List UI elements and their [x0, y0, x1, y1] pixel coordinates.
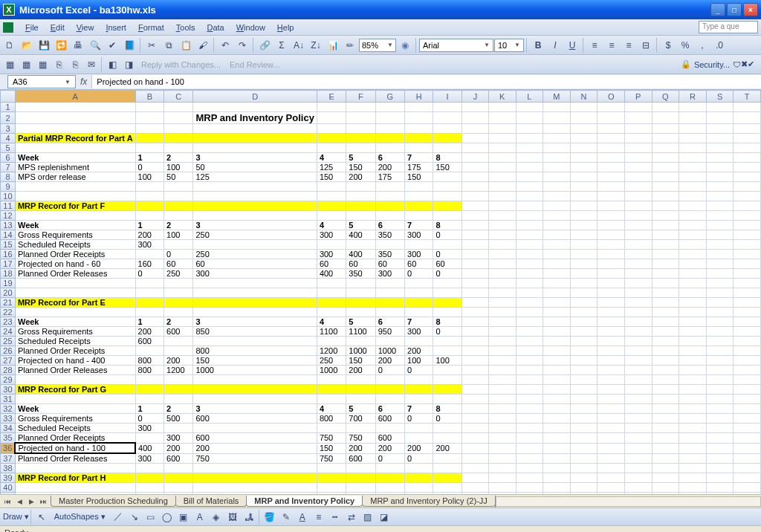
row-header-39[interactable]: 39	[1, 473, 16, 483]
cell-A5[interactable]	[15, 143, 135, 153]
cell-J25[interactable]	[462, 337, 488, 346]
cell-P38[interactable]	[625, 464, 652, 473]
cell-J7[interactable]	[462, 163, 488, 172]
cell-Q3[interactable]	[652, 124, 679, 134]
cell-N31[interactable]	[570, 395, 598, 404]
cell-G34[interactable]	[375, 424, 404, 433]
cell-A41[interactable]: Week	[15, 493, 135, 495]
cell-G41[interactable]: 6	[375, 493, 404, 495]
cell-F38[interactable]	[346, 464, 375, 473]
cell-A7[interactable]: MPS replenishment	[15, 163, 135, 172]
cell-E29[interactable]	[317, 375, 346, 385]
cell-J20[interactable]	[462, 288, 488, 298]
3d-icon[interactable]: ◪	[376, 509, 392, 525]
cell-J13[interactable]	[462, 221, 488, 230]
cell-I39[interactable]	[433, 473, 462, 483]
cell-D31[interactable]	[193, 395, 317, 404]
col-header-O[interactable]: O	[598, 91, 625, 103]
sort-desc-icon[interactable]: Z↓	[308, 37, 324, 53]
cell-S28[interactable]	[706, 366, 734, 375]
cell-L12[interactable]	[516, 211, 543, 221]
cell-F7[interactable]: 150	[346, 163, 375, 172]
cell-C29[interactable]	[164, 375, 193, 385]
cell-F29[interactable]	[346, 375, 375, 385]
cell-H28[interactable]: 0	[405, 366, 433, 375]
cell-M40[interactable]	[543, 483, 570, 493]
cell-F1[interactable]	[346, 103, 375, 112]
cell-J6[interactable]	[462, 153, 488, 163]
cell-H40[interactable]	[405, 483, 433, 493]
cell-E23[interactable]: 4	[317, 317, 346, 327]
cell-O41[interactable]	[598, 493, 625, 495]
cell-T6[interactable]	[734, 153, 761, 163]
cell-C33[interactable]: 500	[164, 414, 193, 424]
cell-K24[interactable]	[489, 327, 516, 337]
cell-K21[interactable]	[489, 298, 516, 308]
cell-A10[interactable]	[15, 192, 135, 201]
tb3-btn1[interactable]: ▦	[1, 56, 18, 72]
cell-B14[interactable]: 200	[135, 230, 163, 240]
cell-P16[interactable]	[625, 250, 652, 259]
sort-asc-icon[interactable]: A↓	[291, 37, 307, 53]
cell-S8[interactable]	[706, 172, 734, 182]
cell-B5[interactable]	[135, 143, 163, 153]
row-header-26[interactable]: 26	[1, 346, 16, 356]
row-header-2[interactable]: 2	[1, 112, 16, 124]
cell-E6[interactable]: 4	[317, 153, 346, 163]
cell-E16[interactable]: 300	[317, 250, 346, 259]
row-header-21[interactable]: 21	[1, 298, 16, 308]
format-painter-icon[interactable]: 🖌	[195, 37, 211, 53]
cell-L11[interactable]	[516, 201, 543, 211]
cell-J16[interactable]	[462, 250, 488, 259]
cell-M12[interactable]	[543, 211, 570, 221]
cell-N17[interactable]	[570, 259, 598, 269]
cell-A26[interactable]: Planned Order Receipts	[15, 346, 135, 356]
cell-C13[interactable]: 2	[164, 221, 193, 230]
cell-K16[interactable]	[489, 250, 516, 259]
cell-E36[interactable]: 150	[317, 443, 346, 453]
cell-T4[interactable]	[734, 134, 761, 143]
cell-I28[interactable]	[433, 366, 462, 375]
cell-R10[interactable]	[679, 192, 707, 201]
cell-O14[interactable]	[598, 230, 625, 240]
cell-R38[interactable]	[679, 464, 707, 473]
cell-L39[interactable]	[516, 473, 543, 483]
cell-B23[interactable]: 1	[135, 317, 163, 327]
cell-H20[interactable]	[405, 288, 433, 298]
cell-H33[interactable]: 0	[405, 414, 433, 424]
cell-T8[interactable]	[734, 172, 761, 182]
cell-S18[interactable]	[706, 269, 734, 279]
permission-icon[interactable]: 🔁	[53, 37, 69, 53]
oval-icon[interactable]: ◯	[159, 509, 175, 525]
cell-K18[interactable]	[489, 269, 516, 279]
cell-K3[interactable]	[489, 124, 516, 134]
col-header-T[interactable]: T	[734, 91, 761, 103]
cell-F14[interactable]: 400	[346, 230, 375, 240]
cell-I36[interactable]: 200	[433, 443, 462, 453]
cell-S31[interactable]	[706, 395, 734, 404]
cell-P36[interactable]	[625, 443, 652, 453]
cell-C17[interactable]: 60	[164, 259, 193, 269]
cell-L33[interactable]	[516, 414, 543, 424]
cell-D7[interactable]: 50	[193, 163, 317, 172]
cell-N11[interactable]	[570, 201, 598, 211]
cell-Q5[interactable]	[652, 143, 679, 153]
cell-A37[interactable]: Planned Order Releases	[15, 453, 135, 464]
cell-P11[interactable]	[625, 201, 652, 211]
cell-P5[interactable]	[625, 143, 652, 153]
cell-T21[interactable]	[734, 298, 761, 308]
cell-O1[interactable]	[598, 103, 625, 112]
cell-F18[interactable]: 350	[346, 269, 375, 279]
cell-C40[interactable]	[164, 483, 193, 493]
cell-P13[interactable]	[625, 221, 652, 230]
cell-K26[interactable]	[489, 346, 516, 356]
cell-T16[interactable]	[734, 250, 761, 259]
row-header-16[interactable]: 16	[1, 250, 16, 259]
cell-T7[interactable]	[734, 163, 761, 172]
cell-A19[interactable]	[15, 279, 135, 288]
row-header-40[interactable]: 40	[1, 483, 16, 493]
cell-R24[interactable]	[679, 327, 707, 337]
row-header-14[interactable]: 14	[1, 230, 16, 240]
cell-R21[interactable]	[679, 298, 707, 308]
cell-O11[interactable]	[598, 201, 625, 211]
